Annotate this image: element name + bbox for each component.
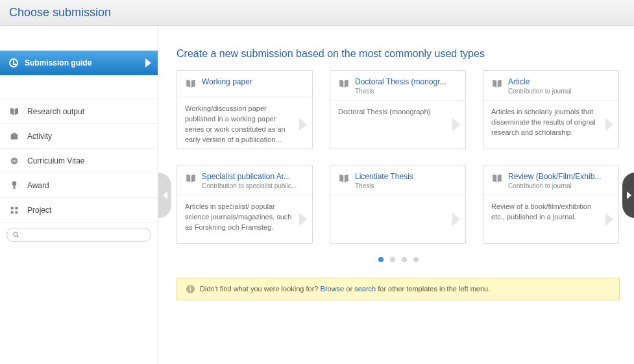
card-head: Review (Book/Film/Exhib...Contribution t… [483, 165, 618, 195]
type-card[interactable]: Specialist publication Ar...Contribution… [177, 165, 313, 244]
notice-text-or: or [344, 285, 354, 293]
card-desc: Articles in scholarly journals that diss… [483, 101, 618, 149]
book-icon [338, 173, 350, 186]
type-card[interactable]: Review (Book/Film/Exhib...Contribution t… [483, 165, 619, 244]
type-card[interactable]: Licentiate ThesisThesis [330, 165, 466, 244]
main-title: Create a new submission based on the mos… [177, 48, 620, 60]
sidebar-item-cv[interactable]: cv Curriculum Vitae [0, 149, 158, 173]
card-desc: Articles in specialist/ popular science … [177, 195, 312, 243]
chevron-left-icon [163, 191, 167, 199]
type-card[interactable]: Doctoral Thesis (monogr...ThesisDoctoral… [330, 70, 466, 149]
briefcase-icon [9, 131, 19, 141]
pager-dot[interactable] [390, 257, 395, 262]
book-icon [185, 173, 197, 186]
sidebar-item-label: Project [27, 206, 51, 215]
search-link[interactable]: search [354, 285, 376, 293]
pager-dots [177, 257, 620, 262]
search-wrap [0, 223, 158, 242]
main-panel: Create a new submission based on the mos… [158, 26, 634, 364]
chevron-right-icon [299, 118, 307, 131]
sidebar-item-activity[interactable]: Activity [0, 124, 158, 149]
card-title: Article [508, 77, 572, 86]
page-body: Submission guide Research output Activit… [0, 26, 634, 364]
sidebar-item-label: Activity [27, 132, 52, 141]
pager-dot[interactable] [413, 257, 419, 262]
card-head: Doctoral Thesis (monogr...Thesis [330, 71, 465, 101]
book-icon [9, 106, 19, 117]
chevron-right-icon [452, 118, 460, 131]
chevron-right-icon [145, 58, 151, 67]
card-subtitle: Thesis [355, 182, 413, 189]
sidebar-item-label: Research output [27, 107, 84, 116]
card-desc: Doctoral Thesis (monograph) [330, 101, 465, 149]
sidebar-item-label: Award [27, 181, 49, 190]
card-title: Review (Book/Film/Exhib... [508, 172, 601, 181]
pager-next-button[interactable] [622, 173, 634, 218]
sidebar-item-label: Curriculum Vitae [27, 156, 84, 165]
card-grid: Working paperWorking/discussion paper pu… [177, 70, 620, 244]
book-icon [338, 78, 350, 91]
card-titles: Working paper [202, 77, 252, 86]
book-icon [491, 78, 503, 91]
type-card[interactable]: Working paperWorking/discussion paper pu… [177, 70, 313, 149]
browse-link[interactable]: Browse [321, 285, 345, 293]
project-icon [9, 205, 19, 215]
info-icon: i [186, 285, 195, 293]
type-card[interactable]: ArticleContribution to journalArticles i… [483, 70, 619, 149]
cv-icon: cv [9, 156, 19, 166]
card-title: Doctoral Thesis (monogr... [355, 77, 446, 86]
sidebar-item-research-output[interactable]: Research output [0, 99, 158, 124]
card-head: Specialist publication Ar...Contribution… [177, 165, 312, 195]
chevron-right-icon [299, 213, 307, 226]
search-icon [12, 231, 20, 239]
card-title: Working paper [202, 77, 252, 86]
page-header: Choose submission [0, 0, 634, 26]
sidebar-item-project[interactable]: Project [0, 198, 158, 223]
pager-dot[interactable] [378, 257, 384, 262]
sidebar-search-input[interactable] [24, 231, 145, 239]
card-titles: ArticleContribution to journal [508, 77, 572, 95]
card-titles: Licentiate ThesisThesis [355, 172, 413, 189]
sidebar-item-award[interactable]: Award [0, 173, 158, 198]
submission-guide-label: Submission guide [25, 58, 91, 67]
chevron-right-icon [605, 118, 613, 131]
card-desc [330, 195, 465, 243]
sidebar-search[interactable] [6, 228, 151, 242]
svg-line-3 [17, 236, 19, 237]
card-titles: Specialist publication Ar...Contribution… [202, 172, 297, 189]
award-icon [9, 180, 19, 191]
sidebar-nav: Research output Activity cv Curriculum V… [0, 99, 158, 223]
card-title: Licentiate Thesis [355, 172, 413, 181]
pager-dot[interactable] [402, 257, 407, 262]
card-subtitle: Contribution to journal [508, 88, 572, 95]
chevron-right-icon [452, 213, 460, 226]
svg-point-2 [14, 232, 18, 236]
book-icon [185, 78, 197, 91]
card-desc: Working/discussion paper published in a … [177, 97, 312, 152]
sidebar: Submission guide Research output Activit… [0, 26, 158, 364]
card-head: Working paper [177, 71, 312, 97]
chevron-right-icon [627, 191, 631, 199]
notice-bar: iDidn't find what you were looking for? … [177, 278, 620, 300]
pager-prev-button[interactable] [158, 173, 171, 218]
card-titles: Review (Book/Film/Exhib...Contribution t… [508, 172, 601, 189]
card-subtitle: Contribution to journal [508, 182, 601, 189]
card-desc: Review of a book/film/exhibition etc., p… [483, 195, 618, 243]
svg-text:cv: cv [12, 159, 16, 163]
card-title: Specialist publication Ar... [202, 172, 297, 181]
notice-text-suffix: for other templates in the left menu. [376, 285, 490, 293]
card-subtitle: Contribution to specialist public... [202, 182, 297, 189]
page-title: Choose submission [9, 6, 111, 19]
book-icon [491, 173, 503, 186]
card-subtitle: Thesis [355, 88, 446, 95]
notice-text-prefix: Didn't find what you were looking for? [200, 285, 321, 293]
submission-guide-button[interactable]: Submission guide [0, 51, 158, 75]
chevron-right-icon [605, 213, 613, 226]
card-head: ArticleContribution to journal [483, 71, 618, 101]
card-titles: Doctoral Thesis (monogr...Thesis [355, 77, 446, 95]
card-head: Licentiate ThesisThesis [330, 165, 465, 195]
clock-icon [9, 58, 18, 67]
